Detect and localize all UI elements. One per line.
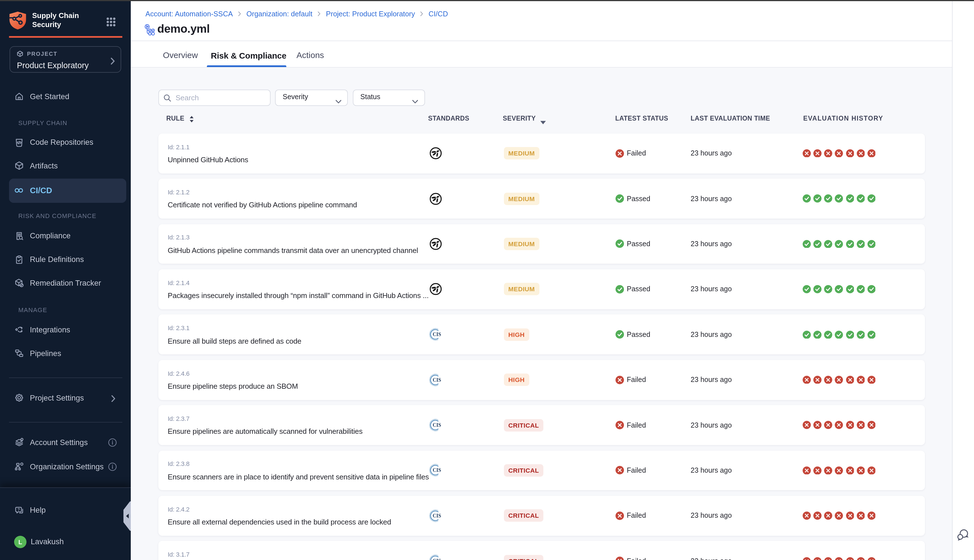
svg-text:CIS: CIS <box>432 468 441 473</box>
svg-text:CIS: CIS <box>432 422 441 428</box>
svg-text:CIS: CIS <box>432 558 441 560</box>
svg-text:CIS: CIS <box>432 332 441 337</box>
svg-text:CIS: CIS <box>432 513 441 518</box>
svg-text:CIS: CIS <box>432 377 441 383</box>
svg-text:?: ? <box>17 507 20 512</box>
